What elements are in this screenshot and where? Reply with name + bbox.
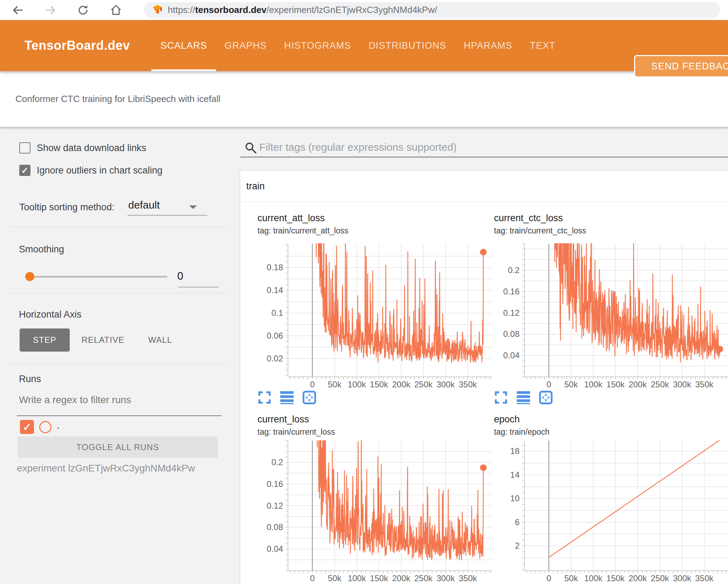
axis-button-label: STEP: [33, 335, 56, 345]
fit-domain-button[interactable]: [539, 391, 553, 405]
chart-plot-current_loss[interactable]: 0.040.080.120.160.2050k100k150k200k250k3…: [257, 440, 493, 583]
horizontal-axis-buttons: STEPRELATIVEWALL: [20, 328, 184, 352]
svg-text:350k: 350k: [695, 380, 714, 388]
tag-filter-input[interactable]: [259, 141, 714, 154]
svg-text:0: 0: [310, 380, 315, 388]
fit-domain-icon: [302, 391, 316, 405]
address-bar[interactable]: https://tensorboard.dev/experiment/lzGnE…: [144, 2, 720, 18]
search-icon: [245, 142, 257, 156]
run-checkbox[interactable]: ✓: [20, 420, 34, 434]
run-color-swatch[interactable]: [39, 421, 51, 433]
experiment-title-bar: Conformer CTC training for LibriSpeech w…: [0, 71, 728, 127]
log-scale-icon: [517, 391, 530, 404]
browser-back-icon[interactable]: [11, 4, 25, 17]
axis-button-label: WALL: [148, 335, 172, 345]
chart-tag: tag: train/current_ctc_loss: [494, 225, 728, 236]
tab-label: TEXT: [530, 40, 555, 51]
svg-text:200k: 200k: [392, 380, 411, 388]
chart-plot-current_att_loss[interactable]: 0.020.060.10.140.18050k100k150k200k250k3…: [257, 243, 493, 388]
toggle-all-runs-button[interactable]: TOGGLE ALL RUNS: [18, 436, 218, 458]
show-download-links-row[interactable]: Show data download links: [19, 142, 146, 154]
svg-text:100k: 100k: [348, 573, 366, 583]
expand-chart-button[interactable]: [494, 391, 508, 405]
svg-text:0.1: 0.1: [272, 308, 283, 318]
show-download-links-checkbox[interactable]: [19, 142, 30, 154]
browser-reload-icon[interactable]: [76, 4, 90, 17]
chart-title: current_ctc_loss: [494, 212, 728, 224]
browser-forward-icon[interactable]: [44, 4, 57, 17]
svg-text:250k: 250k: [651, 380, 669, 388]
tab-histograms[interactable]: HISTOGRAMS: [284, 20, 351, 71]
tensorboard-page: https://tensorboard.dev/experiment/lzGnE…: [0, 0, 728, 584]
svg-text:300k: 300k: [437, 380, 455, 388]
tab-label: DISTRIBUTIONS: [369, 40, 446, 51]
smoothing-slider-track[interactable]: [26, 276, 167, 278]
svg-text:100k: 100k: [584, 573, 603, 583]
runs-filter-input[interactable]: [18, 394, 214, 406]
tab-label: HPARAMS: [464, 40, 513, 51]
expand-chart-icon: [494, 391, 508, 404]
chart-plot-current_ctc_loss[interactable]: 0.040.080.120.160.2050k100k150k200k250k3…: [494, 243, 728, 388]
horizontal-axis-relative-button[interactable]: RELATIVE: [70, 328, 136, 352]
svg-text:250k: 250k: [414, 380, 433, 388]
chart-card-current_ctc_loss: current_ctc_losstag: train/current_ctc_l…: [494, 212, 728, 405]
log-scale-button[interactable]: [516, 391, 530, 405]
expand-chart-button[interactable]: [257, 391, 272, 405]
svg-text:0.02: 0.02: [267, 354, 283, 363]
svg-text:300k: 300k: [673, 573, 692, 583]
chevron-down-icon[interactable]: [189, 205, 197, 209]
chart-title: epoch: [494, 413, 728, 425]
tooltip-sorting-select[interactable]: default: [128, 199, 160, 211]
svg-text:300k: 300k: [437, 573, 455, 583]
svg-text:150k: 150k: [370, 573, 389, 583]
chart-tag: tag: train/epoch: [494, 427, 728, 437]
smoothing-value-underline: [178, 287, 219, 287]
fit-domain-icon: [539, 391, 553, 405]
experiment-title: Conformer CTC training for LibriSpeech w…: [15, 71, 220, 127]
svg-text:150k: 150k: [370, 380, 389, 388]
svg-text:0.08: 0.08: [503, 329, 520, 339]
svg-text:0: 0: [547, 380, 551, 388]
svg-text:200k: 200k: [629, 573, 647, 583]
brand-logo[interactable]: TensorBoard.dev: [25, 20, 130, 71]
smoothing-slider-thumb[interactable]: [25, 272, 34, 281]
tag-group-title[interactable]: train: [246, 171, 265, 202]
svg-text:350k: 350k: [459, 380, 477, 388]
horizontal-axis-wall-button[interactable]: WALL: [136, 328, 184, 352]
tab-text[interactable]: TEXT: [530, 20, 555, 71]
tag-filter-underline: [240, 157, 728, 157]
svg-text:250k: 250k: [651, 573, 669, 583]
chart-plot-epoch[interactable]: 26101418050k100k150k200k250k300k350k: [494, 440, 728, 583]
chart-toolbar: [257, 391, 493, 405]
browser-home-icon[interactable]: [109, 4, 123, 17]
log-scale-button[interactable]: [280, 391, 294, 405]
chart-title: current_loss: [257, 413, 493, 425]
divider: [9, 227, 228, 227]
send-feedback-button[interactable]: SEND FEEDBACK: [634, 55, 728, 77]
smoothing-value[interactable]: 0: [177, 270, 183, 283]
svg-text:0: 0: [310, 573, 315, 583]
runs-heading: Runs: [19, 374, 41, 385]
show-download-links-label: Show data download links: [37, 143, 146, 154]
url-text: https://tensorboard.dev/experiment/lzGnE…: [168, 5, 437, 15]
tab-distributions[interactable]: DISTRIBUTIONS: [369, 20, 446, 71]
chart-toolbar: [494, 391, 728, 405]
dashboard-main: train current_att_losstag: train/current…: [240, 127, 728, 584]
tab-graphs[interactable]: GRAPHS: [225, 20, 267, 71]
chart-title: current_att_loss: [257, 212, 493, 224]
fit-domain-button[interactable]: [302, 391, 316, 405]
ignore-outliers-checkbox[interactable]: ✓: [19, 165, 30, 176]
tab-scalars[interactable]: SCALARS: [160, 20, 207, 71]
horizontal-axis-step-button[interactable]: STEP: [20, 328, 70, 352]
ignore-outliers-row[interactable]: ✓ Ignore outliers in chart scaling: [19, 165, 163, 176]
svg-text:6: 6: [515, 517, 520, 527]
tab-hparams[interactable]: HPARAMS: [464, 20, 513, 71]
svg-text:150k: 150k: [606, 573, 625, 583]
run-name: .: [57, 420, 60, 431]
expand-chart-icon: [258, 391, 271, 404]
svg-text:50k: 50k: [328, 380, 342, 388]
runs-filter-underline: [17, 415, 222, 416]
svg-text:100k: 100k: [348, 380, 366, 388]
svg-text:0.04: 0.04: [503, 351, 520, 360]
tooltip-sorting-label: Tooltip sorting method:: [19, 202, 115, 213]
